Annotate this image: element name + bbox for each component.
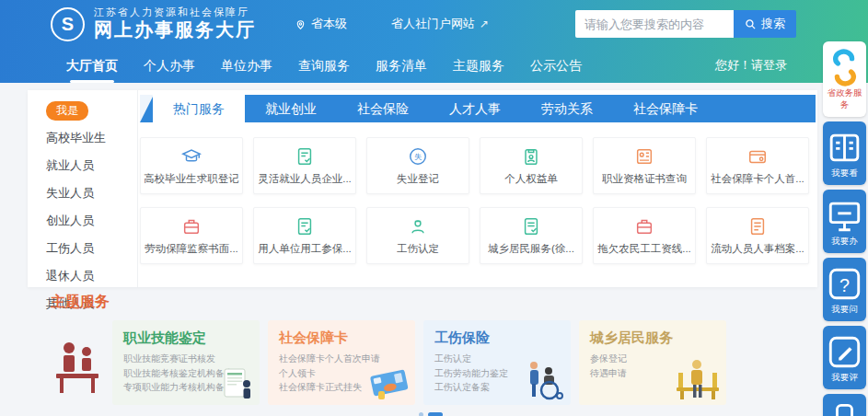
tab-labor-relations[interactable]: 劳动关系	[521, 95, 613, 122]
service-label: 失业登记	[397, 172, 439, 186]
quick-action-review[interactable]: 我要评	[823, 326, 866, 389]
quick-action-ask[interactable]: ? 我要问	[823, 258, 866, 321]
service-card[interactable]: 个人权益单	[480, 137, 583, 194]
main-nav: 大厅首页 个人办事 单位办事 查询服务 服务清单 主题服务 公示公告 您好！请登…	[0, 48, 868, 83]
nav-item-service-list[interactable]: 服务清单	[376, 48, 427, 83]
sidebar-item-retired[interactable]: 退休人员	[46, 262, 137, 290]
service-card[interactable]: 灵活就业人员企业...	[253, 137, 356, 194]
service-card[interactable]: 工伤认定	[366, 207, 469, 264]
elderly-bench-illustration	[675, 356, 721, 400]
search-input[interactable]	[575, 10, 734, 38]
portal-link-label: 省人社门户网站	[391, 16, 475, 32]
svg-text:?: ?	[839, 275, 850, 295]
service-label: 个人权益单	[504, 172, 558, 186]
sidebar-item-work-injury[interactable]: 工伤人员	[46, 235, 137, 262]
service-card[interactable]: 流动人员人事档案...	[706, 207, 809, 264]
svg-text:失: 失	[414, 153, 422, 161]
gov-service-logo-icon	[825, 48, 864, 87]
tab-talent[interactable]: 人才人事	[429, 95, 521, 122]
theme-card-skill-appraisal[interactable]: 职业技能鉴定 职业技能竞赛证书核发 职业技能考核鉴定机构备案 专项职业能力考核机…	[112, 320, 260, 405]
search-button-label: 搜索	[761, 16, 785, 32]
service-label: 高校毕业生求职登记	[144, 172, 239, 186]
briefcase-icon	[181, 216, 202, 237]
unemployment-badge-icon: 失	[408, 146, 428, 167]
service-label: 社会保障卡个人首...	[711, 172, 804, 186]
service-card[interactable]: 职业资格证书查询	[593, 137, 696, 194]
theme-services-section: 主题服务 职业技能鉴定 职业技能竞赛证书核发 职业技能考核鉴定机构备案 专项职业…	[51, 293, 815, 416]
quick-action-mobile[interactable]: 掌上办	[823, 394, 866, 416]
nav-item-home[interactable]: 大厅首页	[66, 48, 118, 83]
service-card[interactable]: 高校毕业生求职登记	[140, 137, 243, 194]
sidebar-item-graduate[interactable]: 高校毕业生	[46, 124, 137, 152]
tab-social-insurance[interactable]: 社会保险	[337, 95, 429, 122]
quick-action-label: 我要问	[831, 304, 858, 314]
services-section: 热门服务 就业创业 社会保险 人才人事 劳动关系 社会保障卡 高校毕业生求职登记…	[140, 95, 816, 264]
tabbar-notch	[140, 95, 154, 122]
document-check-icon	[295, 216, 315, 237]
org-name: 江苏省人力资源和社会保障厅	[94, 6, 256, 19]
theme-card-title: 职业技能鉴定	[123, 329, 249, 347]
social-card-illustration	[369, 367, 410, 400]
theme-card-link[interactable]: 社会保障卡个人首次申请	[279, 352, 404, 366]
service-label: 灵活就业人员企业...	[258, 172, 352, 186]
service-card[interactable]: 社会保障卡个人首...	[706, 137, 809, 194]
quick-action-handle[interactable]: 我要办	[823, 190, 866, 253]
theme-card-link[interactable]: 职业技能竞赛证书核发	[123, 352, 249, 366]
location-pin-icon	[295, 18, 307, 30]
briefcase-icon	[634, 216, 654, 237]
quick-action-label: 我要看	[831, 168, 858, 178]
theme-card-rural-resident-services[interactable]: 城乡居民服务 参保登记 待遇申请	[579, 320, 726, 405]
search-button[interactable]: 搜索	[734, 10, 796, 38]
service-card[interactable]: 劳动保障监察书面...	[140, 207, 243, 264]
theme-card-title: 社会保障卡	[279, 329, 404, 347]
portal-link[interactable]: 省人社门户网站 ↗	[391, 16, 489, 32]
site-logo-icon: S	[51, 7, 85, 41]
carousel-dot-active[interactable]	[428, 412, 443, 416]
login-link[interactable]: 您好！请登录	[715, 48, 787, 83]
service-card[interactable]: 城乡居民服务(徐...	[480, 207, 583, 264]
sidebar-item-entrepreneur[interactable]: 创业人员	[46, 207, 137, 235]
site-titles: 江苏省人力资源和社会保障厅 网上办事服务大厅	[94, 6, 256, 42]
service-card[interactable]: 失 失业登记	[366, 137, 469, 194]
document-list-icon	[747, 216, 768, 237]
service-label: 城乡居民服务(徐...	[488, 242, 574, 256]
site-header: S 江苏省人力资源和社会保障厅 网上办事服务大厅 省本级 省人社门户网站 ↗	[0, 0, 868, 48]
nav-item-personal[interactable]: 个人办事	[144, 48, 195, 83]
service-card[interactable]: 拖欠农民工工资线...	[593, 207, 696, 264]
nav-item-organization[interactable]: 单位办事	[221, 48, 272, 83]
quick-action-gov-service[interactable]: 省政务服务	[823, 41, 866, 117]
service-grid: 高校毕业生求职登记 灵活就业人员企业... 失 失业登记 个人权益单	[140, 137, 816, 264]
service-label: 工伤认定	[397, 242, 439, 256]
service-label: 流动人员人事档案...	[711, 242, 804, 256]
external-link-icon: ↗	[480, 17, 489, 30]
carousel-dot[interactable]	[419, 412, 423, 416]
search-icon	[745, 18, 757, 30]
quick-action-read[interactable]: 我要看	[823, 121, 866, 185]
sidebar-item-employed[interactable]: 就业人员	[46, 152, 137, 179]
theme-card-work-injury-insurance[interactable]: 工伤保险 工伤认定 工伤劳动能力鉴定 工伤认定备案	[423, 320, 571, 405]
tab-hot-services[interactable]: 热门服务	[153, 95, 245, 122]
sidebar-item-unemployed[interactable]: 失业人员	[46, 179, 137, 207]
region-label: 省本级	[311, 16, 347, 32]
theme-card-title: 城乡居民服务	[590, 329, 715, 347]
theme-card-title: 工伤保险	[434, 329, 560, 347]
nav-item-announcements[interactable]: 公示公告	[530, 48, 582, 83]
quick-action-label: 我要办	[831, 236, 858, 246]
search-bar: 搜索	[575, 10, 796, 38]
top-banner: S 江苏省人力资源和社会保障厅 网上办事服务大厅 省本级 省人社门户网站 ↗	[0, 0, 868, 83]
tab-social-security-card[interactable]: 社会保障卡	[613, 95, 718, 122]
quick-action-stack: 省政务服务 我要看 我要办 ? 我要问 我要评 掌上办 公众号	[823, 41, 866, 416]
quick-action-label: 省政务服务	[827, 87, 862, 110]
nav-item-query[interactable]: 查询服务	[298, 48, 350, 83]
tab-employment[interactable]: 就业创业	[245, 95, 337, 122]
region-selector[interactable]: 省本级	[295, 16, 347, 32]
service-card[interactable]: 用人单位用工参保...	[253, 207, 356, 264]
theme-card-social-security-card[interactable]: 社会保障卡 社会保障卡个人首次申请 个人领卡 社会保障卡正式挂失	[268, 320, 415, 405]
service-label: 职业资格证书查询	[602, 172, 687, 186]
user-type-sidebar: 我是 高校毕业生 就业人员 失业人员 创业人员 工伤人员 退休人员 其他人员	[28, 90, 138, 287]
social-card-icon	[747, 146, 768, 167]
nav-item-theme-services[interactable]: 主题服务	[453, 48, 504, 83]
service-label: 劳动保障监察书面...	[145, 242, 238, 256]
journal-icon	[825, 128, 864, 168]
clipboard-person-icon	[521, 146, 541, 167]
